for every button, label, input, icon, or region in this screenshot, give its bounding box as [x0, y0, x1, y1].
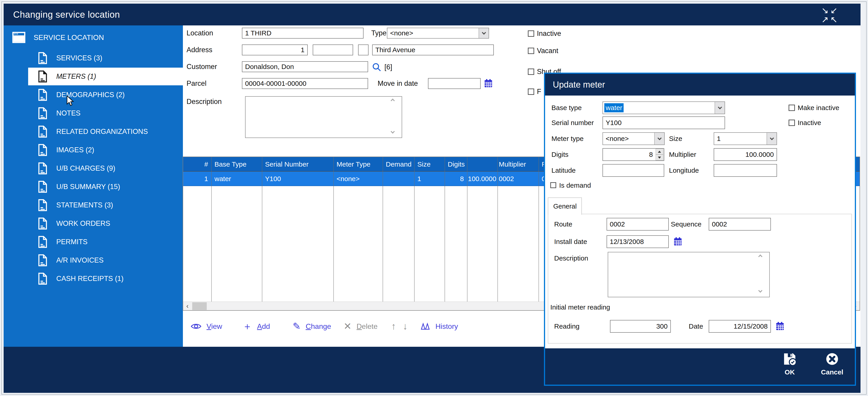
- restore-icon[interactable]: ↘↙↗↖: [818, 6, 843, 24]
- sidebar-item-ub-charges[interactable]: U/B CHARGES (9): [28, 159, 183, 177]
- digits-input[interactable]: [602, 148, 664, 161]
- base-type-dropdown[interactable]: water: [602, 101, 725, 114]
- col-meter-type[interactable]: Meter Type: [333, 157, 382, 172]
- chevron-down-icon: [657, 136, 661, 140]
- address-field2-input[interactable]: [313, 44, 353, 55]
- sidebar-item-services[interactable]: SERVICES (3): [28, 49, 183, 67]
- description-textarea[interactable]: [245, 96, 402, 138]
- type-dropdown-button[interactable]: [478, 28, 489, 38]
- scrollbar-thumb[interactable]: [192, 302, 207, 310]
- route-input[interactable]: [607, 218, 669, 231]
- make-inactive-label: Make inactive: [798, 101, 839, 114]
- calendar-icon[interactable]: [775, 321, 785, 331]
- col-demand[interactable]: Demand: [382, 157, 414, 172]
- reading-input[interactable]: [610, 320, 671, 333]
- sidebar-item-work-orders[interactable]: WORK ORDERS: [28, 215, 183, 233]
- move-down-button[interactable]: ↓: [403, 322, 408, 331]
- tab-general[interactable]: General: [548, 197, 582, 215]
- history-button-label: History: [435, 322, 458, 331]
- arrow-down-icon: ↓: [403, 322, 408, 331]
- dialog-description-textarea[interactable]: [608, 252, 770, 297]
- digits-label: Digits: [552, 148, 568, 161]
- sidebar-item-images[interactable]: IMAGES (2): [28, 141, 183, 159]
- sidebar-item-label: NOTES: [56, 109, 81, 117]
- search-icon[interactable]: [372, 62, 382, 72]
- vacant-checkbox-label: Vacant: [537, 45, 558, 56]
- latitude-input[interactable]: [602, 164, 664, 177]
- location-input[interactable]: [242, 28, 364, 38]
- move-in-date-input[interactable]: [428, 78, 480, 89]
- longitude-input[interactable]: [714, 164, 777, 177]
- change-button[interactable]: ✎ Change: [293, 322, 331, 331]
- dialog-inactive-checkbox[interactable]: [788, 120, 795, 126]
- size-label: Size: [669, 132, 682, 145]
- type-dropdown[interactable]: <none>: [387, 28, 489, 38]
- history-button[interactable]: History: [420, 322, 458, 331]
- col-serial-number[interactable]: Serial Number: [262, 157, 333, 172]
- meter-type-dropdown[interactable]: <none>: [602, 132, 665, 145]
- delete-button[interactable]: ✕ Delete: [344, 322, 378, 331]
- hidden-checkbox[interactable]: [528, 89, 534, 95]
- sidebar-item-label: METERS (1): [56, 72, 96, 81]
- sidebar-item-label: IMAGES (2): [56, 146, 94, 154]
- ok-button[interactable]: OK: [776, 352, 803, 376]
- multiplier-input[interactable]: [714, 148, 777, 161]
- scroll-left-icon[interactable]: ‹: [183, 302, 192, 310]
- base-type-dropdown-button[interactable]: [715, 102, 724, 114]
- calendar-icon[interactable]: [483, 79, 493, 89]
- col-number[interactable]: #: [183, 157, 211, 172]
- inactive-checkbox[interactable]: [528, 30, 534, 37]
- longitude-label: Longitude: [669, 164, 699, 177]
- spinner-up-button[interactable]: [656, 149, 663, 155]
- customer-input[interactable]: [242, 61, 368, 72]
- sidebar-item-service-location[interactable]: SERVICE LOCATION: [9, 29, 179, 46]
- sidebar-item-meters-selected[interactable]: METERS (1): [28, 68, 183, 85]
- parcel-input[interactable]: [242, 78, 368, 89]
- view-button[interactable]: View: [191, 322, 222, 331]
- shut-off-checkbox[interactable]: [528, 68, 534, 75]
- size-dropdown[interactable]: 1: [714, 132, 777, 145]
- sidebar-item-statements[interactable]: STATEMENTS (3): [28, 196, 183, 214]
- multiplier-label: Multiplier: [669, 148, 696, 161]
- is-demand-checkbox[interactable]: [550, 182, 556, 188]
- ok-button-label: OK: [776, 368, 803, 376]
- base-type-label: Base type: [552, 101, 582, 114]
- sidebar-item-demographics[interactable]: DEMOGRAPHICS (2): [28, 86, 183, 104]
- add-button[interactable]: ＋ Add: [243, 322, 270, 331]
- vacant-checkbox[interactable]: [528, 48, 534, 54]
- sidebar-item-permits[interactable]: PERMITS: [28, 233, 183, 251]
- install-date-input[interactable]: [607, 235, 669, 248]
- col-digits[interactable]: Digits: [444, 157, 467, 172]
- address-street-input[interactable]: [372, 44, 494, 55]
- col-base-type[interactable]: Base Type: [211, 157, 262, 172]
- move-up-button[interactable]: ↑: [391, 322, 396, 331]
- digits-spinner: [656, 149, 663, 160]
- sidebar-item-cash-receipts[interactable]: CASH RECEIPTS (1): [28, 270, 183, 287]
- cancel-button[interactable]: Cancel: [816, 352, 848, 376]
- address-field3-input[interactable]: [358, 44, 369, 55]
- serial-number-input[interactable]: [602, 116, 725, 129]
- col-size[interactable]: Size: [414, 157, 444, 172]
- description-label: Description: [187, 96, 222, 107]
- sidebar-item-label: STATEMENTS (3): [56, 201, 113, 209]
- sidebar-item-notes[interactable]: NOTES: [28, 104, 183, 122]
- sidebar-item-related-organizations[interactable]: RELATED ORGANIZATIONS: [28, 123, 183, 141]
- spinner-down-button[interactable]: [656, 155, 663, 160]
- change-button-label: Change: [306, 322, 331, 331]
- window-icon: [12, 32, 26, 43]
- type-dropdown-value: <none>: [390, 29, 413, 37]
- latitude-label: Latitude: [552, 164, 576, 177]
- sidebar-item-ub-summary[interactable]: U/B SUMMARY (15): [28, 178, 183, 195]
- make-inactive-checkbox[interactable]: [788, 104, 795, 111]
- size-dropdown-button[interactable]: [767, 133, 777, 145]
- triangle-down-icon: [658, 157, 661, 159]
- move-in-date-label: Move in date: [378, 78, 418, 89]
- calendar-icon[interactable]: [673, 237, 683, 247]
- sequence-input[interactable]: [709, 218, 771, 231]
- sidebar-item-ar-invoices[interactable]: A/R INVOICES: [28, 251, 183, 269]
- date-input[interactable]: [709, 320, 771, 333]
- address-number-input[interactable]: [242, 44, 308, 55]
- meter-type-dropdown-button[interactable]: [654, 133, 664, 145]
- col-multiplier[interactable]: Multiplier: [497, 157, 538, 172]
- sidebar-item-label: U/B SUMMARY (15): [56, 183, 120, 191]
